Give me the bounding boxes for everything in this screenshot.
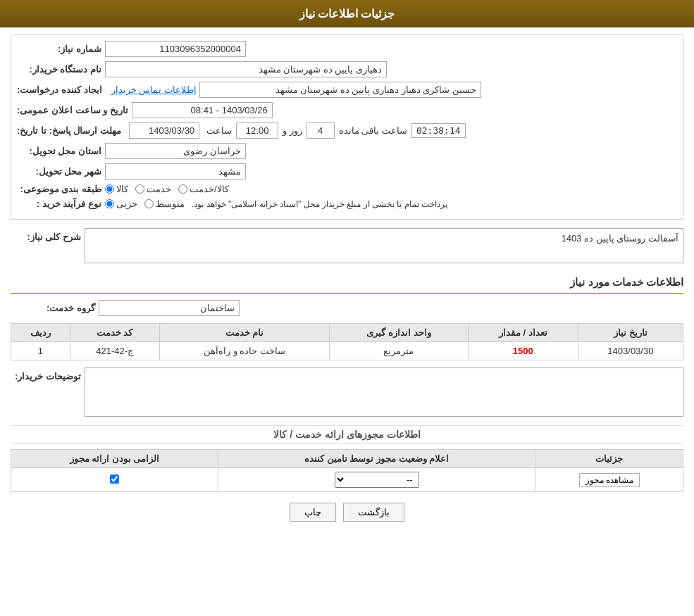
city-value: مشهد — [105, 163, 246, 180]
category-kala-khidmat-radio[interactable] — [178, 184, 187, 194]
need-number-label: شماره نیاز: — [17, 44, 101, 54]
print-button[interactable]: چاپ — [290, 503, 336, 522]
license-required-cell — [11, 468, 218, 492]
cell-service-code: ج-42-421 — [70, 342, 159, 360]
announcement-value: 1403/03/26 - 08:41 — [132, 102, 273, 118]
requester-contact-link[interactable]: اطلاعات تماس خریدار — [111, 84, 197, 95]
response-deadline-label: مهلت ارسال پاسخ: تا تاریخ: — [17, 125, 121, 136]
col-supplier-status: اعلام وضعیت مجوز توسط تامین کننده — [218, 450, 535, 468]
purchase-type-label: نوع فرآیند خرید : — [17, 199, 101, 209]
licenses-table: جزئیات اعلام وضعیت مجوز توسط تامین کننده… — [11, 449, 683, 492]
category-kala-radio[interactable] — [105, 184, 114, 194]
col-unit: واحد اندازه گیری — [330, 324, 469, 342]
purchase-type-note: پرداخت تمام یا بخشی از مبلغ خریداز محل "… — [192, 199, 447, 209]
need-desc-value: آسفالت روستای پایین ده 1403 — [85, 228, 683, 263]
license-required-checkbox[interactable] — [110, 474, 119, 484]
need-desc-label: شرح کلی نیاز: — [11, 232, 81, 242]
license-row: مشاهده مجوز -- — [11, 468, 683, 492]
category-kala-khidmat-label: کالا/خدمت — [190, 184, 229, 194]
service-group-label: گروه خدمت: — [11, 303, 95, 313]
category-kala-label: کالا — [116, 184, 128, 194]
countdown-suffix: ساعت باقی مانده — [339, 125, 407, 136]
col-row-num: ردیف — [11, 324, 70, 342]
action-buttons: بازگشت چاپ — [11, 503, 683, 522]
requester-label: ایجاد کننده درخواست: — [17, 84, 102, 95]
cell-need-date: 1403/03/30 — [578, 342, 683, 360]
category-label: طبقه بندی موضوعی: — [17, 184, 101, 194]
countdown-value: 02:38:14 — [411, 123, 466, 138]
back-button[interactable]: بازگشت — [343, 503, 404, 522]
response-time-label: ساعت — [206, 125, 232, 136]
purchase-minor-label: جزیی — [116, 199, 137, 209]
response-days-value: 4 — [306, 122, 335, 139]
table-row: 1403/03/30 1500 مترمربع ساخت جاده و راه‌… — [11, 342, 683, 360]
need-number-value: 1103096352000004 — [105, 41, 246, 57]
province-label: استان محل تحویل: — [17, 146, 101, 156]
col-service-name: نام خدمت — [159, 324, 329, 342]
buyer-org-value: دهیاری پایین ده شهرستان مشهد — [105, 61, 387, 77]
response-date-value: 1403/03/30 — [129, 122, 199, 139]
purchase-minor-radio[interactable] — [105, 199, 114, 208]
cell-row-num: 1 — [11, 342, 70, 360]
cell-unit: مترمربع — [330, 342, 469, 360]
category-khidmat-radio[interactable] — [135, 184, 144, 194]
page-title: جزئیات اطلاعات نیاز — [299, 8, 395, 20]
license-details-cell: مشاهده مجوز — [535, 468, 683, 492]
services-table: تاریخ نیاز تعداد / مقدار واحد اندازه گیر… — [11, 323, 683, 360]
buyer-notes-textarea[interactable] — [85, 367, 683, 417]
col-service-code: کد خدمت — [70, 324, 159, 342]
cell-quantity: 1500 — [468, 342, 578, 360]
category-khidmat-label: خدمت — [147, 184, 171, 194]
supplier-status-select[interactable]: -- — [335, 472, 419, 488]
col-quantity: تعداد / مقدار — [468, 324, 578, 342]
purchase-medium-radio[interactable] — [144, 199, 154, 208]
province-value: خراسان رضوی — [105, 143, 246, 159]
view-license-button[interactable]: مشاهده مجوز — [579, 473, 640, 487]
buyer-notes-label: توضیحات خریدار: — [11, 371, 81, 382]
purchase-medium-label: متوسط — [156, 199, 185, 209]
announcement-label: تاریخ و ساعت اعلان عمومی: — [17, 105, 128, 115]
buyer-org-label: نام دستگاه خریدار: — [17, 64, 101, 75]
col-required: الزامی بودن ارائه مجوز — [11, 450, 218, 468]
page-header: جزئیات اطلاعات نیاز — [0, 0, 694, 27]
license-supplier-status-cell: -- — [218, 468, 535, 492]
cell-service-name: ساخت جاده و راه‌آهن — [159, 342, 329, 360]
city-label: شهر محل تحویل: — [17, 166, 101, 177]
licenses-title: اطلاعات مجوزهای ارائه خدمت / کالا — [11, 425, 683, 444]
col-need-date: تاریخ نیاز — [578, 324, 683, 342]
service-info-title: اطلاعات خدمات مورد نیاز — [11, 272, 683, 294]
service-group-value: ساختمان — [99, 300, 240, 316]
requester-value: حسین شاکری دهیار دهیاری پایین ده شهرستان… — [199, 82, 481, 98]
response-time-value: 12:00 — [236, 122, 278, 139]
col-details: جزئیات — [535, 450, 683, 468]
response-days-label: روز و — [283, 125, 302, 136]
